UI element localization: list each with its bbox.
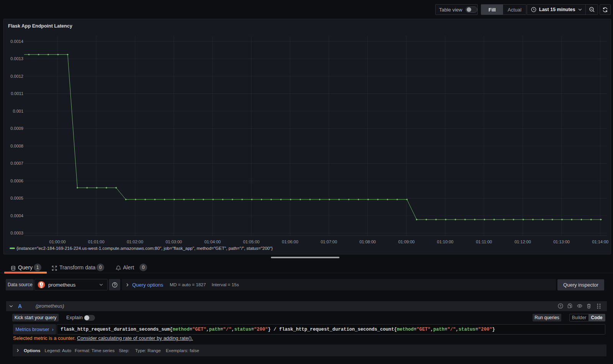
svg-text:0.0012: 0.0012 [10, 74, 23, 79]
svg-text:01:01:00: 01:01:00 [88, 239, 105, 244]
svg-text:01:07:00: 01:07:00 [321, 239, 337, 244]
svg-text:0.0005: 0.0005 [10, 196, 23, 200]
svg-text:0.001: 0.001 [13, 109, 23, 113]
svg-text:0.0007: 0.0007 [10, 161, 23, 166]
svg-text:0.0006: 0.0006 [10, 179, 23, 183]
svg-text:0.0014: 0.0014 [10, 39, 23, 44]
svg-text:01:12:00: 01:12:00 [515, 239, 531, 244]
svg-text:01:13:00: 01:13:00 [553, 239, 570, 244]
svg-text:0.0013: 0.0013 [10, 56, 23, 61]
svg-text:01:03:00: 01:03:00 [166, 239, 182, 244]
svg-text:01:11:00: 01:11:00 [476, 239, 492, 244]
svg-text:01:00:00: 01:00:00 [49, 239, 66, 244]
svg-text:0.0004: 0.0004 [10, 213, 23, 218]
svg-text:01:08:00: 01:08:00 [359, 239, 376, 244]
svg-text:0.0011: 0.0011 [11, 91, 23, 96]
svg-text:01:02:00: 01:02:00 [127, 239, 143, 244]
svg-text:01:10:00: 01:10:00 [437, 239, 454, 244]
svg-text:0.0009: 0.0009 [10, 126, 23, 131]
svg-text:0.0008: 0.0008 [10, 144, 23, 148]
svg-text:01:14:00: 01:14:00 [592, 239, 608, 244]
svg-text:01:06:00: 01:06:00 [282, 239, 298, 244]
svg-text:01:04:00: 01:04:00 [204, 239, 221, 244]
svg-text:01:09:00: 01:09:00 [398, 239, 415, 244]
svg-text:01:05:00: 01:05:00 [243, 239, 260, 244]
svg-text:0.0003: 0.0003 [10, 231, 23, 235]
